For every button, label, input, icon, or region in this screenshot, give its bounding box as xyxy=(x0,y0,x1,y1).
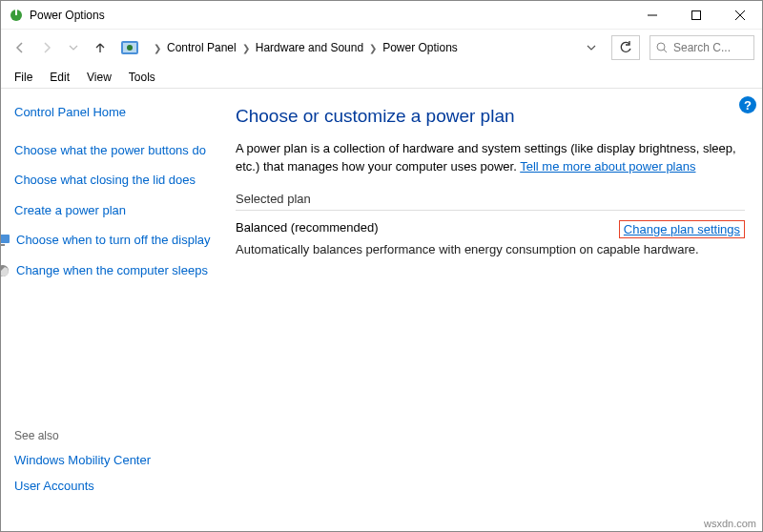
breadcrumb-item[interactable]: Control Panel xyxy=(167,41,237,54)
refresh-button[interactable] xyxy=(611,35,640,60)
sidebar: Control Panel Home Choose what the power… xyxy=(1,89,222,514)
see-also-header: See also xyxy=(14,429,205,442)
search-icon xyxy=(656,42,668,53)
svg-rect-12 xyxy=(1,244,5,246)
power-options-icon xyxy=(9,8,24,23)
watermark: wsxdn.com xyxy=(704,518,756,529)
breadcrumb-item[interactable]: Hardware and Sound xyxy=(256,41,363,54)
breadcrumb[interactable]: ❯ Control Panel ❯ Hardware and Sound ❯ P… xyxy=(148,35,577,60)
forward-button[interactable] xyxy=(35,36,58,59)
up-button[interactable] xyxy=(89,36,112,59)
window-title: Power Options xyxy=(30,9,630,22)
page-heading: Choose or customize a power plan xyxy=(236,106,745,127)
sidebar-power-buttons[interactable]: Choose what the power buttons do xyxy=(14,142,213,159)
menu-view[interactable]: View xyxy=(79,69,119,86)
sleep-icon xyxy=(0,263,10,278)
menubar: File Edit View Tools xyxy=(1,66,762,89)
tell-me-more-link[interactable]: Tell me more about power plans xyxy=(520,159,695,174)
sidebar-create-plan[interactable]: Create a power plan xyxy=(14,202,213,219)
titlebar: Power Options xyxy=(1,1,762,30)
search-box[interactable]: Search C... xyxy=(650,35,754,60)
svg-line-10 xyxy=(664,50,667,52)
change-plan-settings-link[interactable]: Change plan settings xyxy=(619,220,745,238)
svg-rect-11 xyxy=(0,235,10,243)
selected-plan-label: Selected plan xyxy=(236,192,745,211)
back-button[interactable] xyxy=(9,36,31,59)
plan-description: Automatically balances performance with … xyxy=(236,242,745,256)
navigation-bar: ❯ Control Panel ❯ Hardware and Sound ❯ P… xyxy=(1,30,762,66)
chevron-right-icon: ❯ xyxy=(242,43,250,53)
plan-row: Balanced (recommended) Change plan setti… xyxy=(236,220,745,238)
minimize-button[interactable] xyxy=(630,1,674,29)
content-area: Control Panel Home Choose what the power… xyxy=(1,89,762,514)
see-also-section: See also Windows Mobility Center User Ac… xyxy=(14,429,205,504)
display-icon xyxy=(0,233,10,248)
menu-file[interactable]: File xyxy=(7,69,40,86)
svg-rect-3 xyxy=(692,10,701,19)
plan-name: Balanced (recommended) xyxy=(236,220,379,235)
sidebar-closing-lid[interactable]: Choose what closing the lid does xyxy=(14,172,213,189)
address-dropdown[interactable] xyxy=(581,43,602,52)
svg-point-8 xyxy=(127,45,133,51)
recent-dropdown[interactable] xyxy=(62,36,85,59)
chevron-right-icon: ❯ xyxy=(154,43,161,53)
chevron-right-icon: ❯ xyxy=(369,43,377,53)
svg-point-9 xyxy=(657,43,665,51)
window-controls xyxy=(630,1,762,29)
search-placeholder: Search C... xyxy=(673,41,731,54)
breadcrumb-item[interactable]: Power Options xyxy=(382,41,458,54)
close-button[interactable] xyxy=(718,1,762,29)
see-also-mobility[interactable]: Windows Mobility Center xyxy=(14,452,205,469)
main-panel: Choose or customize a power plan A power… xyxy=(222,89,762,514)
sidebar-computer-sleeps[interactable]: Change when the computer sleeps xyxy=(16,262,208,279)
menu-edit[interactable]: Edit xyxy=(42,69,77,86)
sidebar-home[interactable]: Control Panel Home xyxy=(14,104,213,121)
sidebar-turn-off-display[interactable]: Choose when to turn off the display xyxy=(16,232,211,249)
maximize-button[interactable] xyxy=(674,1,718,29)
control-panel-icon xyxy=(119,37,140,58)
see-also-accounts[interactable]: User Accounts xyxy=(14,478,205,495)
page-description: A power plan is a collection of hardware… xyxy=(236,140,745,176)
menu-tools[interactable]: Tools xyxy=(121,69,163,86)
svg-rect-1 xyxy=(15,10,17,15)
